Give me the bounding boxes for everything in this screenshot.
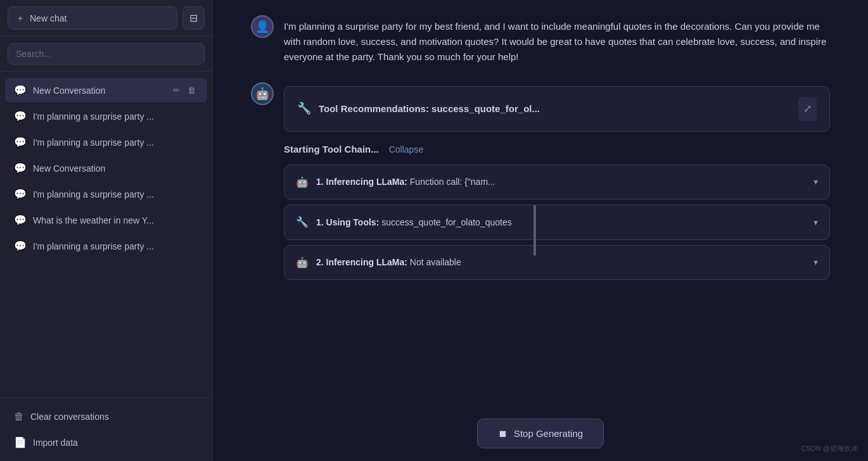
layout-icon: ⊟ [189,12,198,24]
sidebar-bottom: 🗑 Clear conversations 📄 Import data [0,398,212,461]
tool-rec-value: success_quote_for_ol... [431,103,540,114]
chain-step-1-text: 1. Inferencing LLaMa: Function call: {"n… [316,175,495,189]
conversation-label: I'm planning a surprise party ... [33,189,198,199]
tool-chain-section: Starting Tool Chain... Collapse 🤖 1. Inf… [284,142,830,281]
stop-generating-button[interactable]: ⏹ Stop Generating [477,419,604,448]
scroll-indicator [533,205,536,256]
chain-step-1[interactable]: 🤖 1. Inferencing LLaMa: Function call: {… [284,165,830,200]
step3-label: 2. Inferencing LLaMa: [316,257,407,267]
chain-step-3-text: 2. Inferencing LLaMa: Not available [316,255,461,269]
bot-message: 🤖 🔧 Tool Recommendations: success_quote_… [251,82,830,285]
conversation-label: What is the weather in new Y... [33,215,198,225]
conversation-icon: 💬 [14,162,27,174]
tool-step-icon-2: 🔧 [296,214,309,230]
bottom-bar: ⏹ Stop Generating [213,411,868,461]
chain-step-3[interactable]: 🤖 2. Inferencing LLaMa: Not available ▾ [284,245,830,281]
search-input[interactable] [8,43,205,65]
chain-step-2[interactable]: 🔧 1. Using Tools: success_quote_for_olat… [284,205,830,240]
chain-step-1-left: 🤖 1. Inferencing LLaMa: Function call: {… [296,174,495,191]
conversation-label: New Conversation [33,85,164,96]
conversation-label: I'm planning a surprise party ... [33,111,198,122]
sidebar-conversation-item[interactable]: 💬 I'm planning a surprise party ... [5,234,207,258]
tool-chain-title: Starting Tool Chain... [284,142,379,157]
sidebar-top: ＋ New chat ⊟ [0,0,212,37]
collapse-button[interactable]: Collapse [389,144,423,155]
sidebar-conversation-item[interactable]: 💬 I'm planning a surprise party ... [5,182,207,206]
stop-label: Stop Generating [514,428,583,439]
conversation-actions: ✏ 🗑 [170,84,198,96]
conversation-label: I'm planning a surprise party ... [33,137,198,148]
user-avatar-icon: 👤 [255,20,269,34]
conversation-icon: 💬 [14,84,27,96]
sidebar-conversation-item[interactable]: 💬 New Conversation [5,156,207,180]
tool-rec-bold: Tool Recommendations: [319,103,429,114]
conversation-icon: 💬 [14,136,27,148]
plus-icon: ＋ [16,13,25,24]
bot-message-content: 🔧 Tool Recommendations: success_quote_fo… [284,82,830,285]
step3-value: Not available [410,257,461,267]
import-icon: 📄 [14,436,27,448]
new-chat-label: New chat [30,13,67,23]
tool-card-title: Tool Recommendations: success_quote_for_… [319,101,540,117]
conversation-label: New Conversation [33,163,198,174]
clear-conversations-button[interactable]: 🗑 Clear conversations [5,405,207,429]
edit-conversation-button[interactable]: ✏ [170,84,182,96]
user-avatar: 👤 [251,15,274,38]
conversation-icon: 💬 [14,214,27,226]
conversation-icon: 💬 [14,110,27,122]
chain-step-3-left: 🤖 2. Inferencing LLaMa: Not available [296,255,461,271]
sidebar: ＋ New chat ⊟ 💬 New Conversation ✏ 🗑 💬 I'… [0,0,213,461]
tool-recommendations-card: 🔧 Tool Recommendations: success_quote_fo… [284,86,830,132]
bot-step-icon-3: 🤖 [296,255,309,271]
step2-label: 1. Using Tools: [316,217,379,227]
tool-chain-header: Starting Tool Chain... Collapse [284,142,830,157]
wrench-icon: 🔧 [297,99,311,118]
chevron-down-icon-3: ▾ [814,255,818,269]
stop-icon: ⏹ [498,428,507,439]
toggle-sidebar-button[interactable]: ⊟ [182,6,205,30]
conversation-list: 💬 New Conversation ✏ 🗑 💬 I'm planning a … [0,72,212,398]
import-data-button[interactable]: 📄 Import data [5,430,207,455]
chain-step-2-left: 🔧 1. Using Tools: success_quote_for_olat… [296,214,512,230]
new-chat-button[interactable]: ＋ New chat [8,6,177,30]
trash-icon: 🗑 [14,411,24,422]
user-message-content: I'm planning a surprise party for my bes… [284,15,830,65]
step1-label: 1. Inferencing LLaMa: [316,177,407,187]
expand-icon[interactable]: ⤢ [798,97,817,121]
clear-label: Clear conversations [30,412,109,422]
sidebar-conversation-item[interactable]: 💬 I'm planning a surprise party ... [5,130,207,155]
chat-area: 👤 I'm planning a surprise party for my b… [213,0,868,411]
chevron-down-icon-2: ▾ [814,215,818,229]
delete-conversation-button[interactable]: 🗑 [185,84,198,96]
search-wrap [0,37,212,72]
sidebar-conversation-item[interactable]: 💬 What is the weather in new Y... [5,208,207,232]
bot-avatar: 🤖 [251,82,274,105]
step1-value: Function call: {"nam... [410,177,495,187]
chain-step-2-text: 1. Using Tools: success_quote_for_olato_… [316,215,512,229]
user-message: 👤 I'm planning a surprise party for my b… [251,15,830,65]
tool-card-left: 🔧 Tool Recommendations: success_quote_fo… [297,99,540,118]
bot-step-icon-1: 🤖 [296,174,309,191]
sidebar-conversation-item[interactable]: 💬 I'm planning a surprise party ... [5,104,207,129]
step2-value: success_quote_for_olato_quotes [381,217,511,227]
main-panel: 👤 I'm planning a surprise party for my b… [213,0,868,461]
conversation-icon: 💬 [14,240,27,252]
chevron-down-icon-1: ▾ [814,175,818,189]
sidebar-conversation-item[interactable]: 💬 New Conversation ✏ 🗑 [5,78,207,103]
watermark: CSDN @碧海饮冰 [801,444,858,453]
conversation-label: I'm planning a surprise party ... [33,241,198,251]
import-label: Import data [33,438,78,448]
conversation-icon: 💬 [14,188,27,200]
bot-avatar-icon: 🤖 [255,87,269,101]
